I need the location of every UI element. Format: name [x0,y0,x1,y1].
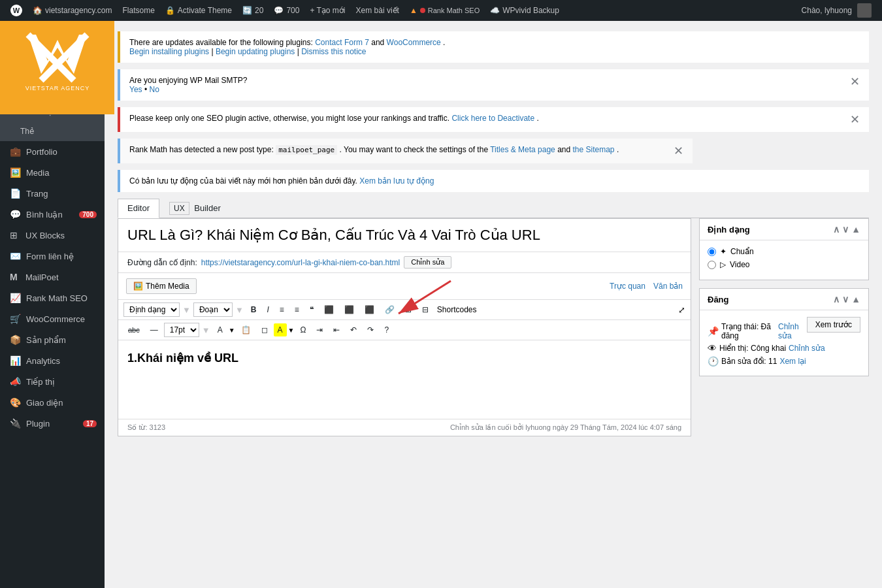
sidebar-item-plugin[interactable]: 🔌 Plugin 17 [0,413,105,434]
sidebar-item-trang[interactable]: 📄 Trang [0,183,105,204]
analytics-icon: 📊 [10,355,21,366]
admin-bar: W 🏠 vietstaragency.com Flatsome 🔒 Activa… [0,0,882,21]
sidebar-item-san-pham[interactable]: 📦 Sản phẩm [0,329,105,350]
editor-content[interactable]: 1.Khái niệm về URL [118,340,691,419]
panel-expand-icon[interactable]: ▲ [851,224,860,235]
sidebar-item-ux-blocks[interactable]: ⊞ UX Blocks [0,225,105,246]
special-char-button[interactable]: Ω [295,323,310,337]
binh-luan-icon: 💬 [10,209,21,220]
view-autosave-link[interactable]: Xem bản lưu tự động [359,176,434,186]
close-seo-notice[interactable]: ✕ [850,114,860,125]
sidebar-item-rank-math[interactable]: 📈 Rank Math SEO [0,287,105,308]
sidebar-item-media[interactable]: 🖼️ Media [0,162,105,183]
dang-down-icon[interactable]: ∨ [842,294,849,304]
bold-button[interactable]: B [246,302,261,317]
sidebar-item-woocommerce[interactable]: 🛒 WooCommerce [0,308,105,329]
italic-button[interactable]: I [262,302,273,317]
sidebar-item-binh-luan[interactable]: 💬 Bình luận 700 [0,204,105,225]
highlight-button[interactable]: A [274,323,287,336]
tab-editor[interactable]: Editor [118,199,159,218]
flatsome-label: Flatsome [123,6,155,15]
sidebar-subitem-the[interactable]: Thẻ [0,122,105,141]
post-title-input[interactable] [118,219,691,252]
permalink-url[interactable]: https://vietstaragency.com/url-la-gi-kha… [201,258,400,267]
view-prev-button[interactable]: Xem trước [807,317,860,333]
indent-button[interactable]: ⇥ [312,323,327,337]
dismiss-notice-link[interactable]: Dismiss this notice [301,47,366,56]
strikethrough-button[interactable]: abc [123,323,144,336]
align-left-button[interactable]: ⬛ [319,302,338,317]
format-select[interactable]: Định dạng [123,302,180,317]
close-smtp-notice[interactable]: ✕ [850,76,860,88]
begin-updating-link[interactable]: Begin updating plugins [216,47,295,56]
editor-section: Editor UX Builder Đường dẫn cố định: [118,199,869,436]
no-link[interactable]: No [149,85,159,94]
theme-link[interactable]: Flatsome [118,0,160,21]
close-rank-math-notice[interactable]: ✕ [674,145,683,157]
expand-toolbar-icon[interactable]: ⤢ [678,305,685,315]
new-post-link[interactable]: + Tạo mới [304,0,350,21]
help-button[interactable]: ? [380,323,393,337]
sidebar-item-giao-dien[interactable]: 🎨 Giao diện [0,392,105,413]
align-right-button[interactable]: ⬛ [360,302,379,317]
format-radio-chuan[interactable] [708,248,716,256]
list-ul-button[interactable]: ≡ [275,302,289,317]
sidebar-item-analytics[interactable]: 📊 Analytics [0,350,105,371]
user-greeting[interactable]: Chào, lyhuong [796,0,877,21]
status-edit-link[interactable]: Chỉnh sửa [778,322,807,340]
paragraph-select[interactable]: Đoạn [193,302,233,317]
font-color-button[interactable]: A [213,323,227,337]
titles-meta-link[interactable]: Titles & Meta page [490,145,555,154]
table-button[interactable]: ⊞ [400,302,416,317]
align-center-button[interactable]: ⬛ [340,302,359,317]
truc-quan-tab[interactable]: Trực quan [610,282,645,291]
outdent-button[interactable]: ⇤ [329,323,344,337]
sitemap-link[interactable]: the Sitemap [572,145,614,154]
panel-down-icon[interactable]: ∨ [842,224,849,235]
table-full-button[interactable]: ⊟ [417,302,433,317]
format-option-video[interactable]: ▷ Video [708,260,860,269]
dang-up-icon[interactable]: ∧ [833,294,840,304]
dang-expand-icon[interactable]: ▲ [851,294,860,304]
activate-theme[interactable]: 🔒 Activate Theme [160,0,237,21]
site-name[interactable]: 🏠 vietstaragency.com [27,0,118,21]
updates-link[interactable]: 🔄 20 [237,0,269,21]
add-media-button[interactable]: 🖼️ Thêm Media [126,278,197,294]
redo-button[interactable]: ↷ [363,323,378,337]
shortcodes-btn[interactable]: Shortcodes [437,305,477,314]
sidebar-item-portfolio[interactable]: 💼 Portfolio [0,141,105,162]
font-size-select[interactable]: 17pt [164,323,199,337]
sidebar-item-form[interactable]: ✉️ Form liên hệ [0,246,105,267]
blockquote-button[interactable]: ❝ [305,302,318,317]
format-option-chuan[interactable]: ✦ Chuẩn [708,247,860,256]
backup-link[interactable]: ☁️ WPvivid Backup [485,0,564,21]
woocommerce-link[interactable]: WooCommerce [387,38,441,47]
tab-ux-builder[interactable]: UX Builder [159,199,231,218]
undo-button[interactable]: ↶ [346,323,361,337]
begin-installing-link[interactable]: Begin installing plugins [129,47,209,56]
contact-form-link[interactable]: Contact Form 7 [315,38,369,47]
list-ol-button[interactable]: ≡ [290,302,304,317]
rank-math-icon[interactable]: ▲ Rank Math SEO [404,0,485,21]
notice-plugin-update: There are updates available for the foll… [118,31,869,63]
link-button[interactable]: 🔗 [380,302,399,317]
hr-button[interactable]: — [146,323,163,337]
format-radio-video[interactable] [708,261,716,269]
paste-button[interactable]: 📋 [237,323,255,337]
revisions-link[interactable]: Xem lại [779,357,806,366]
yes-link[interactable]: Yes [129,85,142,94]
deactivate-link[interactable]: Click here to Deactivate [451,114,534,123]
lock-icon: 🔒 [165,6,175,15]
content-heading: 1.Khái niệm về URL [127,351,681,365]
eraser-button[interactable]: ◻ [257,323,272,337]
post-editor: Đường dẫn cố định: https://vietstaragenc… [118,218,691,436]
sidebar-item-mailpoet[interactable]: M MailPoet [0,267,105,287]
panel-up-icon[interactable]: ∧ [833,224,840,235]
wp-admin-logo[interactable]: W [5,0,27,21]
visibility-edit-link[interactable]: Chỉnh sửa [789,344,825,353]
view-post-link[interactable]: Xem bài viết [351,0,404,21]
van-ban-tab[interactable]: Văn bản [653,282,683,291]
permalink-edit-btn[interactable]: Chỉnh sửa [404,256,451,269]
comments-link[interactable]: 💬 700 [269,0,304,21]
sidebar-item-tiep-thi[interactable]: 📣 Tiếp thị [0,371,105,392]
